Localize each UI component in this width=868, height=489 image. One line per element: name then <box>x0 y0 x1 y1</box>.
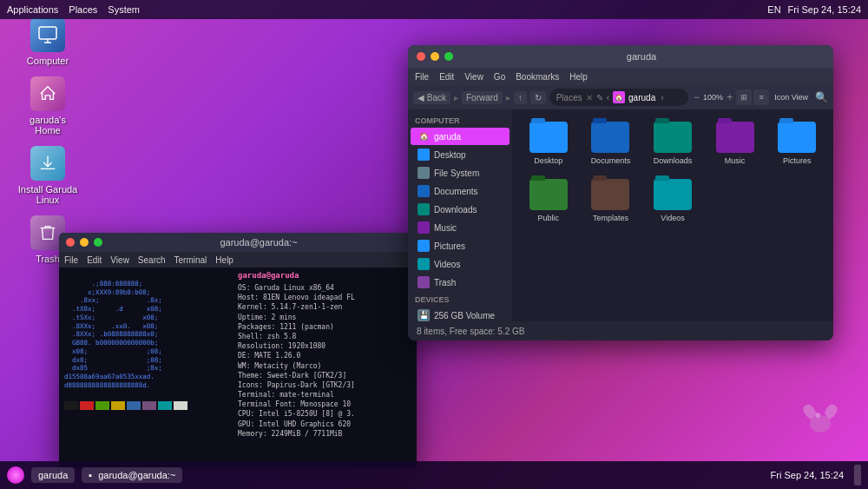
taskbar-garuda-icon[interactable] <box>7 466 24 484</box>
sidebar-icon-pictures <box>418 240 430 252</box>
desktop-icons: Computer garuda's Home Install Garuda Li… <box>17 17 78 264</box>
folder-videos-icon <box>654 179 692 210</box>
icon-computer[interactable]: Computer <box>17 17 78 66</box>
sidebar-item-pictures[interactable]: Pictures <box>411 237 510 254</box>
terminal-menu-search[interactable]: Search <box>138 255 166 265</box>
svg-point-4 <box>815 413 820 418</box>
sidebar-item-videos[interactable]: Videos <box>411 255 510 273</box>
terminal-menu-view[interactable]: View <box>110 255 129 265</box>
taskbar-item-terminal[interactable]: ▪ garuda@garuda:~ <box>82 467 182 483</box>
fm-up-btn[interactable]: ↑ <box>514 91 527 104</box>
fm-zoom-out-btn[interactable]: − <box>694 91 700 103</box>
fm-places-label: Places <box>556 93 582 102</box>
applications-menu[interactable]: Applications <box>7 4 58 15</box>
folder-templates[interactable]: Templates <box>583 175 639 226</box>
folder-downloads-label: Downloads <box>654 156 693 165</box>
computer-icon <box>37 24 58 45</box>
fm-back-btn[interactable]: ◀ Back <box>413 91 450 104</box>
folder-downloads[interactable]: Downloads <box>645 118 700 169</box>
terminal-menu-file[interactable]: File <box>64 255 78 265</box>
fm-addr-arrow: › <box>661 93 663 102</box>
taskbar-show-desktop-btn[interactable] <box>854 465 861 486</box>
sidebar-icon-trash <box>418 276 430 288</box>
icon-install[interactable]: Install Garuda Linux <box>17 146 78 205</box>
fm-menu-bookmarks[interactable]: Bookmarks <box>516 72 559 82</box>
sidebar-item-filesystem[interactable]: File System <box>411 164 510 182</box>
home-icon <box>38 84 57 103</box>
folder-desktop[interactable]: Desktop <box>521 118 576 169</box>
sidebar-icon-documents <box>418 185 430 197</box>
fm-reload-btn[interactable]: ↻ <box>530 91 546 104</box>
sidebar-label-music: Music <box>434 223 457 233</box>
fm-title: garuda <box>458 51 825 62</box>
folder-templates-icon <box>591 179 629 210</box>
terminal-window: garuda@garuda:~ File Edit View Search Te… <box>59 233 417 467</box>
sidebar-item-music[interactable]: Music <box>411 219 510 236</box>
fm-titlebar: garuda <box>408 45 833 68</box>
fm-menu-go[interactable]: Go <box>494 72 505 82</box>
top-bar-right: EN Fri Sep 24, 15:24 <box>767 4 861 15</box>
svg-point-3 <box>810 415 831 433</box>
fm-zoom-level: 100% <box>703 93 723 102</box>
terminal-close-btn[interactable] <box>66 238 75 247</box>
icon-home-label: garuda's Home <box>17 115 78 135</box>
fm-addr-sep3: ‹ <box>607 93 609 102</box>
sidebar-icon-volume: 💾 <box>418 309 430 321</box>
folder-documents[interactable]: Documents <box>583 118 639 169</box>
taskbar-right: Fri Sep 24, 15:24 <box>771 470 844 480</box>
sidebar-icon-videos <box>418 258 430 270</box>
svg-rect-0 <box>39 27 56 39</box>
sidebar-item-trash[interactable]: Trash <box>411 274 510 291</box>
sidebar-label-filesystem: File System <box>434 169 479 178</box>
folder-videos[interactable]: Videos <box>645 175 700 226</box>
fm-forward-btn[interactable]: Forward <box>462 91 503 104</box>
sidebar-item-volume[interactable]: 💾 256 GB Volume <box>411 307 510 321</box>
fm-menu-file[interactable]: File <box>415 72 429 82</box>
folder-documents-icon <box>591 122 629 153</box>
terminal-minimize-btn[interactable] <box>80 238 89 247</box>
folder-downloads-icon <box>654 122 692 153</box>
fm-menu-view[interactable]: View <box>464 72 483 82</box>
fm-menu-edit[interactable]: Edit <box>439 72 454 82</box>
terminal-menu-help[interactable]: Help <box>215 255 233 265</box>
fm-close-btn[interactable] <box>417 52 425 61</box>
terminal-menu-terminal[interactable]: Terminal <box>174 255 207 265</box>
install-icon <box>38 154 57 173</box>
sidebar-item-documents[interactable]: Documents <box>411 182 510 200</box>
icon-home[interactable]: garuda's Home <box>17 76 78 135</box>
folder-music-icon <box>716 122 754 153</box>
terminal-ascii-art: .;888:888888; x;XXX9:89b0:b08; .8xx; .8x… <box>64 271 231 464</box>
fm-toolbar: ◀ Back ▸ Forward ▸ ↑ ↻ Places ✕ ✎ ‹ 🏠 ga… <box>408 85 833 109</box>
folder-public[interactable]: Public <box>521 175 576 226</box>
taskbar-time: Fri Sep 24, 15:24 <box>771 470 844 480</box>
fm-menu-help[interactable]: Help <box>569 72 588 82</box>
fm-statusbar: 8 items, Free space: 5.2 GB <box>408 321 833 340</box>
taskbar: garuda ▪ garuda@garuda:~ Fri Sep 24, 15:… <box>0 461 868 489</box>
sidebar-item-desktop[interactable]: Desktop <box>411 146 510 163</box>
fm-maximize-btn[interactable] <box>444 52 453 61</box>
fm-icon-view-btn[interactable]: ⊞ <box>736 89 752 105</box>
fm-list-view-btn[interactable]: ≡ <box>753 89 769 105</box>
terminal-menu-edit[interactable]: Edit <box>87 255 102 265</box>
fm-zoom-in-btn[interactable]: + <box>727 91 733 103</box>
sidebar-item-garuda[interactable]: 🏠 garuda <box>411 128 510 145</box>
color-blocks <box>64 401 231 410</box>
top-bar: Applications Places System EN Fri Sep 24… <box>0 0 868 19</box>
fm-status-text: 8 items, Free space: 5.2 GB <box>417 327 525 336</box>
taskbar-item-garuda[interactable]: garuda <box>31 467 75 483</box>
folder-templates-label: Templates <box>593 214 628 222</box>
sidebar-item-downloads[interactable]: Downloads <box>411 201 510 218</box>
fm-search-btn[interactable]: 🔍 <box>815 91 828 103</box>
fm-body: Computer 🏠 garuda Desktop File System Do… <box>408 109 833 321</box>
folder-music[interactable]: Music <box>707 118 763 169</box>
fm-minimize-btn[interactable] <box>431 52 439 61</box>
terminal-maximize-btn[interactable] <box>94 238 102 247</box>
sidebar-icon-music <box>418 221 430 234</box>
folder-pictures[interactable]: Pictures <box>769 118 825 169</box>
system-menu[interactable]: System <box>108 4 140 15</box>
places-menu[interactable]: Places <box>69 4 97 15</box>
sidebar-icon-garuda: 🏠 <box>418 130 430 142</box>
datetime: Fri Sep 24, 15:24 <box>788 4 861 15</box>
folder-desktop-icon <box>529 122 568 153</box>
fm-location-icon: 🏠 <box>613 91 625 103</box>
